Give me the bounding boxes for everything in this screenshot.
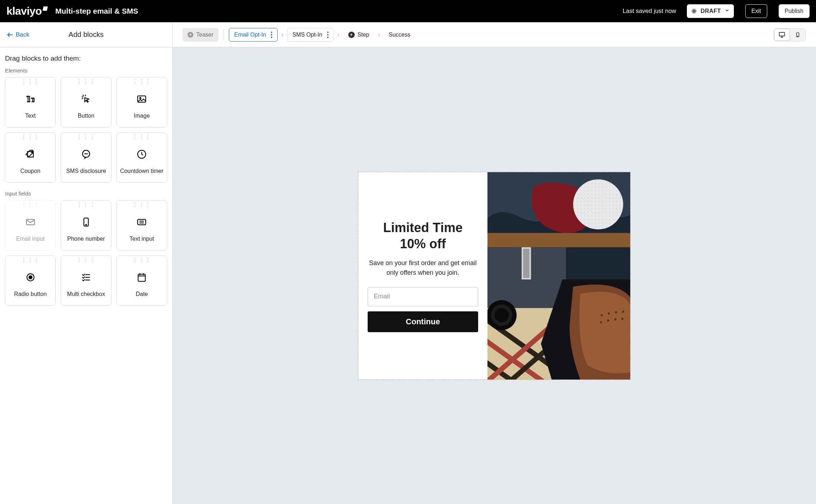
divider (223, 29, 224, 40)
sidebar-title: Add blocks (69, 30, 104, 39)
device-mobile-button[interactable] (790, 29, 806, 41)
svg-point-22 (797, 36, 798, 36)
block-label: Countdown timer (120, 168, 164, 174)
form-subtext[interactable]: Save on your first order and get email o… (368, 258, 478, 278)
block-text[interactable]: ⋮⋮⋮ Text (5, 77, 56, 127)
last-saved-label: Last saved just now (623, 8, 676, 15)
canvas-area: + Teaser Email Opt-In › SMS Opt-In › + S… (173, 22, 816, 504)
svg-point-2 (140, 98, 141, 99)
block-countdown-timer[interactable]: ⋮⋮⋮ Countdown timer (117, 132, 167, 183)
svg-rect-27 (487, 233, 630, 247)
svg-point-43 (622, 310, 624, 312)
form-image-panel[interactable] (487, 172, 630, 380)
block-label: SMS disclosure (66, 168, 106, 174)
app-header: klaviyo Multi-step email & SMS Last save… (0, 0, 816, 22)
block-sms-disclosure[interactable]: ⋮⋮⋮ SMS disclosure (61, 132, 111, 183)
block-email-input: ⋮⋮⋮ Email input (5, 200, 56, 250)
svg-rect-18 (779, 32, 785, 36)
block-label: Image (134, 113, 150, 119)
block-radio-button[interactable]: ⋮⋮⋮ Radio button (5, 255, 56, 306)
plus-circle-icon: + (188, 32, 193, 38)
block-label: Radio button (14, 291, 47, 297)
image-icon (136, 89, 147, 109)
svg-point-8 (86, 224, 87, 225)
sidebar-header: Back Add blocks (0, 22, 172, 47)
smartphone-icon (81, 212, 91, 232)
chat-minus-icon (81, 144, 91, 164)
step-label: Success (388, 32, 410, 38)
exit-button[interactable]: Exit (745, 4, 767, 18)
block-label: Button (78, 113, 94, 119)
step-email-opt-in[interactable]: Email Opt-In (229, 28, 278, 42)
step-sms-opt-in[interactable]: SMS Opt-In (287, 28, 334, 42)
step-teaser[interactable]: + Teaser (183, 28, 218, 42)
back-button[interactable]: Back (6, 31, 29, 38)
smartphone-icon (795, 31, 801, 38)
draft-status-icon (691, 8, 697, 14)
cursor-click-icon (81, 89, 91, 109)
step-menu-icon[interactable] (327, 32, 329, 38)
step-success[interactable]: Success (383, 28, 415, 42)
block-image[interactable]: ⋮⋮⋮ Image (117, 77, 167, 127)
chevron-right-icon: › (338, 31, 340, 38)
plus-circle-icon: + (348, 32, 355, 38)
email-field[interactable]: Email (368, 287, 478, 306)
block-coupon[interactable]: ⋮⋮⋮ Coupon (5, 132, 56, 183)
chevron-right-icon: › (281, 31, 283, 38)
block-label: Text (25, 113, 36, 119)
block-label: Text input (129, 236, 154, 242)
publish-button[interactable]: Publish (779, 4, 810, 18)
textbox-icon (136, 212, 147, 232)
form-heading[interactable]: Limited Time10% off (383, 220, 462, 252)
chevron-right-icon: › (378, 31, 380, 38)
status-label: DRAFT (701, 8, 721, 14)
back-label: Back (16, 31, 29, 38)
email-placeholder: Email (374, 293, 390, 300)
block-label: Email input (16, 236, 44, 242)
step-label: SMS Opt-In (292, 32, 322, 38)
elements-grid: ⋮⋮⋮ Text ⋮⋮⋮ Button ⋮⋮⋮ Image ⋮⋮⋮ (5, 77, 167, 183)
text-icon (25, 89, 36, 109)
svg-point-3 (31, 151, 32, 152)
envelope-icon (25, 212, 36, 232)
device-toggle (774, 28, 806, 41)
step-nav: + Teaser Email Opt-In › SMS Opt-In › + S… (173, 22, 816, 47)
klaviyo-logo: klaviyo (6, 5, 47, 17)
checklist-icon (81, 267, 91, 287)
status-dropdown[interactable]: DRAFT (687, 4, 734, 18)
block-multi-checkbox[interactable]: ⋮⋮⋮ Multi checkbox (61, 255, 111, 306)
radio-icon (25, 267, 36, 287)
svg-point-41 (608, 312, 610, 314)
calendar-icon (136, 267, 147, 287)
block-label: Phone number (67, 236, 105, 242)
add-step-button[interactable]: + Step (343, 28, 374, 42)
block-text-input[interactable]: ⋮⋮⋮ Text input (117, 200, 167, 250)
inputs-grid: ⋮⋮⋮ Email input ⋮⋮⋮ Phone number ⋮⋮⋮ Tex… (5, 200, 167, 306)
block-label: Coupon (20, 168, 41, 174)
svg-point-40 (601, 314, 603, 316)
step-label: Teaser (196, 32, 213, 38)
form-preview[interactable]: Limited Time10% off Save on your first o… (358, 172, 631, 380)
svg-point-42 (615, 311, 617, 313)
device-desktop-button[interactable] (774, 29, 790, 41)
svg-rect-30 (523, 249, 529, 278)
category-elements-label: Elements (5, 67, 167, 74)
sidebar-body: Drag blocks to add them: Elements ⋮⋮⋮ Te… (0, 47, 172, 504)
form-title: Multi-step email & SMS (55, 7, 138, 15)
continue-button[interactable]: Continue (368, 311, 478, 332)
svg-rect-14 (138, 274, 145, 281)
monitor-icon (778, 31, 786, 38)
svg-point-13 (29, 276, 32, 279)
svg-rect-9 (138, 220, 146, 225)
block-label: Multi checkbox (67, 291, 105, 297)
form-content-panel: Limited Time10% off Save on your first o… (358, 172, 487, 380)
workspace: Back Add blocks Drag blocks to add them:… (0, 22, 816, 504)
block-button[interactable]: ⋮⋮⋮ Button (61, 77, 111, 127)
step-label: Step (358, 32, 369, 38)
category-inputs-label: Input fields (5, 190, 167, 197)
block-date[interactable]: ⋮⋮⋮ Date (117, 255, 167, 306)
step-menu-icon[interactable] (271, 32, 272, 38)
block-phone-number[interactable]: ⋮⋮⋮ Phone number (61, 200, 111, 250)
clock-icon (136, 144, 147, 164)
step-label: Email Opt-In (234, 32, 266, 38)
